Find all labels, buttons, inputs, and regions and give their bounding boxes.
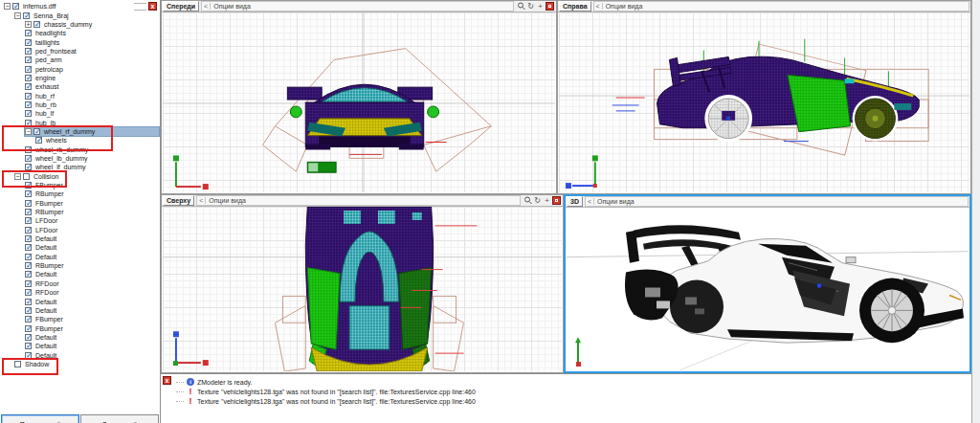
visibility-checkbox[interactable] <box>25 75 32 81</box>
visibility-checkbox[interactable] <box>25 146 32 153</box>
car-render-3d[interactable] <box>625 225 964 343</box>
visibility-checkbox[interactable] <box>23 173 30 180</box>
visibility-checkbox[interactable] <box>25 262 32 269</box>
visibility-checkbox[interactable] <box>25 254 32 260</box>
tree-node[interactable]: hub_rb <box>1 100 159 109</box>
log-message[interactable]: ZModeler is ready. <box>176 377 969 387</box>
view-options-bar[interactable]: <Опции вида <box>593 1 969 11</box>
collapse-arrow-icon[interactable]: < <box>197 197 206 204</box>
expander-icon[interactable] <box>25 128 32 135</box>
tree-node[interactable]: LFDoor <box>1 216 159 225</box>
visibility-checkbox[interactable] <box>25 155 32 162</box>
visibility-checkbox[interactable] <box>25 66 32 73</box>
tree-node[interactable]: RBumper <box>1 261 159 270</box>
close-log-icon[interactable]: x <box>163 376 171 385</box>
front-view-canvas[interactable] <box>163 12 555 192</box>
visibility-checkbox[interactable] <box>25 334 32 341</box>
visibility-checkbox[interactable] <box>25 190 32 197</box>
expander-icon[interactable] <box>14 173 21 180</box>
hide-all-button[interactable]: Скрыть всё <box>80 414 159 423</box>
log-message[interactable]: Texture "vehiclelights128.tga" was not f… <box>176 396 969 406</box>
collapse-arrow-icon[interactable]: < <box>594 3 603 10</box>
visibility-checkbox[interactable] <box>25 30 32 36</box>
tree-node[interactable]: FBumper <box>1 323 159 332</box>
visibility-checkbox[interactable] <box>25 101 32 108</box>
tree-node[interactable]: Default <box>1 297 159 305</box>
tree-node[interactable]: FBumper <box>1 315 159 323</box>
tree-node[interactable]: petrolcap <box>1 64 159 73</box>
tree-node[interactable]: exhaust <box>1 82 159 91</box>
visibility-checkbox[interactable] <box>25 48 32 55</box>
visibility-checkbox[interactable] <box>25 235 32 242</box>
visibility-checkbox[interactable] <box>25 244 32 251</box>
visibility-checkbox[interactable] <box>25 280 32 287</box>
tree-node[interactable]: Default <box>1 333 159 342</box>
visibility-checkbox[interactable] <box>25 164 32 170</box>
tree-node[interactable]: Collision <box>1 172 159 181</box>
visibility-checkbox[interactable] <box>25 209 32 215</box>
tree-node[interactable]: hub_lf <box>1 109 159 118</box>
view-options-bar[interactable]: <Опции вида <box>585 196 969 207</box>
tree-node[interactable]: LFDoor <box>1 226 159 234</box>
tree-node[interactable]: taillights <box>1 37 159 46</box>
maximize-viewport-icon[interactable] <box>546 2 554 11</box>
tree-node[interactable]: Default <box>1 270 159 278</box>
expander-icon[interactable] <box>14 12 21 19</box>
tree-node[interactable]: Default <box>1 234 159 243</box>
visibility-checkbox[interactable] <box>25 39 32 46</box>
orbit-icon[interactable]: ↻ <box>526 2 535 11</box>
collapse-arrow-icon[interactable]: < <box>586 198 594 205</box>
tree-node[interactable]: ped_frontseat <box>1 47 159 56</box>
orbit-icon[interactable]: ↻ <box>533 196 542 205</box>
viewport-label-button[interactable]: Справа <box>559 1 591 11</box>
visibility-checkbox[interactable] <box>25 227 32 234</box>
tree-node[interactable]: Default <box>1 350 159 359</box>
collapse-arrow-icon[interactable]: < <box>202 3 211 10</box>
visibility-checkbox[interactable] <box>25 200 32 207</box>
tree-node[interactable]: RFDoor <box>1 279 159 288</box>
visibility-checkbox[interactable] <box>23 12 30 19</box>
visibility-checkbox[interactable] <box>25 325 32 332</box>
tree-node[interactable]: Default <box>1 243 159 252</box>
tree-node[interactable]: hub_lb <box>1 118 159 126</box>
top-view-canvas[interactable] <box>163 207 562 371</box>
tree-node[interactable]: wheel_lf_dummy <box>1 163 159 171</box>
tree-node[interactable]: wheels <box>1 136 159 145</box>
visibility-checkbox[interactable] <box>25 110 32 117</box>
tree-node[interactable]: Default <box>1 342 159 350</box>
tree-node[interactable]: FBumper <box>1 181 159 189</box>
3d-view-canvas[interactable] <box>567 208 969 370</box>
tree-node[interactable]: wheel_rb_dummy <box>1 145 159 154</box>
visibility-checkbox[interactable] <box>25 217 32 224</box>
tree-node[interactable]: hub_rf <box>1 91 159 100</box>
log-message[interactable]: Texture "vehiclelights128.tga" was not f… <box>176 387 969 396</box>
car-wireframe-side[interactable] <box>612 39 920 143</box>
tree-node[interactable]: Senna_Braj <box>1 11 159 19</box>
expander-icon[interactable] <box>25 21 32 28</box>
expander-icon[interactable] <box>4 3 11 10</box>
zoom-icon[interactable] <box>523 196 532 205</box>
tree-node[interactable]: wheel_rf_dummy <box>1 127 159 136</box>
visibility-checkbox[interactable] <box>25 343 32 349</box>
visibility-checkbox[interactable] <box>25 352 32 359</box>
tree-node[interactable]: Default <box>1 306 159 315</box>
tree-node[interactable]: FBumper <box>1 199 159 208</box>
tree-node[interactable]: Shadow <box>1 360 159 368</box>
tree-node[interactable]: RBumper <box>1 189 159 198</box>
visibility-checkbox[interactable] <box>25 271 32 278</box>
right-view-canvas[interactable] <box>559 12 969 192</box>
visibility-checkbox[interactable] <box>33 128 40 135</box>
viewport-label-button[interactable]: Сверху <box>163 195 194 206</box>
tree-node[interactable]: engine <box>1 74 159 82</box>
view-options-bar[interactable]: <Опции вида <box>196 195 521 206</box>
visibility-checkbox[interactable] <box>25 182 32 189</box>
tree-node[interactable]: ped_arm <box>1 56 159 64</box>
tree-node[interactable]: headlights <box>1 29 159 37</box>
visibility-checkbox[interactable] <box>25 316 32 323</box>
tree-node[interactable]: Default <box>1 253 159 261</box>
tree-node[interactable]: RFDoor <box>1 288 159 297</box>
tree-node[interactable]: wheel_lb_dummy <box>1 154 159 163</box>
car-wireframe-top[interactable] <box>305 207 477 371</box>
zoom-extents-icon[interactable]: + <box>536 2 545 11</box>
zoom-icon[interactable] <box>517 2 525 11</box>
